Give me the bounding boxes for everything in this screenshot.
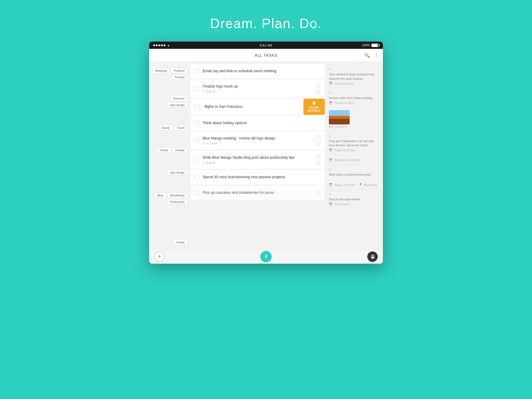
pause-button[interactable]: ⏸ — [260, 251, 272, 262]
reminder-time-8: Tomorrow, 0... — [334, 203, 352, 206]
task-checkbox-6[interactable] — [195, 157, 200, 162]
tag-group-4: Family Holiday — [157, 148, 188, 153]
alarm-icon-7: ⏰ — [329, 183, 332, 187]
task-item-8[interactable]: Pick up cupcakes and strawberries for pi… — [191, 185, 325, 200]
pause-icon: ⏸ — [264, 254, 268, 259]
alarm-icon-8: ⏰ — [329, 203, 332, 206]
tag-festival[interactable]: Festival — [172, 75, 188, 80]
note-icon-1: ≡ — [329, 67, 380, 71]
show-details-label: SHOWDETAILS — [308, 106, 321, 112]
battery-fill — [372, 44, 378, 47]
task-info-top-5[interactable]: ℹ — [316, 135, 321, 140]
tag-blog[interactable]: Blog — [155, 193, 166, 198]
task-title-8: Pick up cupcakes and strawberries for pi… — [203, 190, 313, 195]
detail-panel: ≡ They wanted to begin brainstorming ide… — [326, 62, 383, 249]
main-content: Meetings Probono Festival Evernote logo … — [149, 62, 383, 249]
task-icons-8: ℹ — [316, 190, 321, 195]
tag-probono[interactable]: Probono — [171, 68, 188, 73]
tag-bluemango[interactable]: BlueMango — [167, 193, 188, 198]
detail-image-3 — [329, 110, 350, 124]
task-title-6: Write Blue Mango Studio blog post about … — [203, 155, 313, 160]
task-checkbox-1[interactable] — [195, 69, 200, 74]
task-item-3[interactable]: · flights to San Francisco 📄 SHOWDETAILS — [191, 99, 325, 115]
header-actions: 🔍 ⋮ — [364, 52, 379, 58]
tag-logo-design-1[interactable]: logo design — [167, 102, 188, 108]
tag-family-2[interactable]: Family — [157, 148, 171, 153]
tag-meetings[interactable]: Meetings — [152, 68, 170, 73]
add-task-button[interactable]: + — [154, 251, 165, 262]
tag-logo-design-2[interactable]: logo design — [167, 170, 188, 175]
task-info-bottom-2[interactable]: ℹ — [316, 89, 321, 94]
detail-reminder-1: ⏰ Tomorrow, 04:0... — [329, 82, 380, 85]
task-item-1[interactable]: Email Jay and Rob to schedule lunch meet… — [191, 64, 325, 78]
tag-holiday[interactable]: Holiday — [172, 148, 188, 153]
task-checkbox-3[interactable] — [195, 104, 200, 109]
task-item-2[interactable]: Finalize logo mock up ↻ Aug 26. ℹ ℹ — [191, 79, 325, 98]
search-icon[interactable]: 🔍 — [364, 52, 370, 58]
alarm-icon-1: ⏰ — [329, 82, 332, 85]
detail-item-2: ≡ Review notes from Friday meeting ⏰ Tom… — [326, 88, 383, 108]
task-content-5: Blue Mango meeting - review old logo des… — [203, 136, 313, 145]
status-bar: ▲ 9:41 AM 100% — [149, 42, 383, 49]
reminder-time-5: Tomorrow, 03:00 pm — [334, 158, 360, 162]
reminder-time-2: Tomorrow, 09:0... — [334, 101, 356, 104]
task-item-6[interactable]: Write Blue Mango Studio blog post about … — [191, 151, 325, 169]
task-item-5[interactable]: Blue Mango meeting - review old logo des… — [191, 131, 325, 150]
task-checkbox-2[interactable] — [195, 86, 200, 91]
task-checkbox-5[interactable] — [195, 138, 200, 143]
reminder-time-7: Today, 12:00 pm — [334, 183, 355, 187]
detail-item-7: ⏰ Today, 12:00 pm 📍 Monmouth — [326, 179, 383, 189]
tag-group-1: Meetings Probono Festival — [152, 68, 188, 80]
wifi-icon: ▲ — [167, 44, 170, 47]
battery-percent: 100% — [362, 43, 370, 47]
signal-dot-1 — [153, 44, 155, 46]
detail-note-2: Review notes from Friday meeting — [329, 96, 380, 100]
image-placeholder-3 — [329, 110, 350, 124]
detail-item-6: ≡ Write about my favorite free tools — [326, 165, 383, 180]
task-title-7: Spend 30 mins brainstorming new passion … — [203, 175, 321, 180]
task-info-bottom-6[interactable]: ℹ — [316, 161, 321, 165]
task-checkbox-8[interactable] — [195, 190, 200, 195]
task-content-7: Spend 30 mins brainstorming new passion … — [203, 175, 321, 180]
task-checkbox-4[interactable] — [195, 121, 200, 125]
task-icons-5: ℹ ℹ — [316, 135, 321, 146]
task-info-top-2[interactable]: ℹ — [316, 83, 321, 88]
task-item-4[interactable]: Think about holiday options — [191, 116, 325, 130]
battery-tip — [379, 44, 380, 46]
tag-group-3: Family Travel — [158, 125, 188, 130]
signal-dot-3 — [158, 44, 160, 46]
task-info-top-6[interactable]: ℹ — [316, 154, 321, 159]
task-item-7[interactable]: Spend 30 mins brainstorming new passion … — [191, 170, 325, 184]
note-icon-4: ≡ — [329, 134, 380, 138]
tasks-list: Email Jay and Rob to schedule lunch meet… — [191, 62, 326, 249]
task-content-3: · flights to San Francisco — [203, 104, 296, 109]
image-label-3: IMG_0163.JPG — [329, 125, 380, 128]
alarm-icon-2: ⏰ — [329, 101, 332, 105]
tag-family-1[interactable]: Family — [158, 125, 172, 130]
more-options-icon[interactable]: ⋮ — [374, 52, 379, 58]
detail-item-4: ≡ If we go in September, Lily can't get … — [326, 131, 383, 155]
task-title-5: Blue Mango meeting - review old logo des… — [203, 136, 313, 141]
tag-family-3[interactable]: Family — [174, 240, 188, 245]
task-info-top-8[interactable]: ℹ — [316, 190, 321, 195]
task-title-1: Email Jay and Rob to schedule lunch meet… — [203, 69, 321, 74]
recurring-icon-5: ↻ — [203, 142, 205, 145]
task-date-2: Aug 26. — [206, 90, 216, 93]
signal-dots — [153, 44, 165, 46]
save-button[interactable]: 💾 — [367, 251, 378, 262]
task-content-1: Email Jay and Rob to schedule lunch meet… — [203, 69, 321, 74]
task-checkbox-7[interactable] — [195, 175, 200, 179]
show-details-button[interactable]: 📄 SHOWDETAILS — [303, 99, 325, 115]
detail-note-6: Write about my favorite free tools — [329, 172, 380, 177]
app-title: Dream. Plan. Do. — [210, 16, 322, 31]
task-content-8: Pick up cupcakes and strawberries for pi… — [203, 190, 313, 195]
tag-sidebar: Meetings Probono Festival Evernote logo … — [149, 62, 191, 249]
tag-travel[interactable]: Travel — [174, 125, 188, 130]
reminder-time-4: Today, 02:00 pm — [334, 149, 355, 152]
tag-group-8: Family — [174, 240, 188, 245]
task-icons-2: ℹ ℹ — [316, 83, 321, 94]
task-info-bottom-5[interactable]: ℹ — [316, 141, 321, 146]
save-icon: 💾 — [370, 255, 375, 259]
tag-productivity[interactable]: Productivity — [167, 199, 188, 204]
tag-evernote[interactable]: Evernote — [170, 96, 188, 101]
